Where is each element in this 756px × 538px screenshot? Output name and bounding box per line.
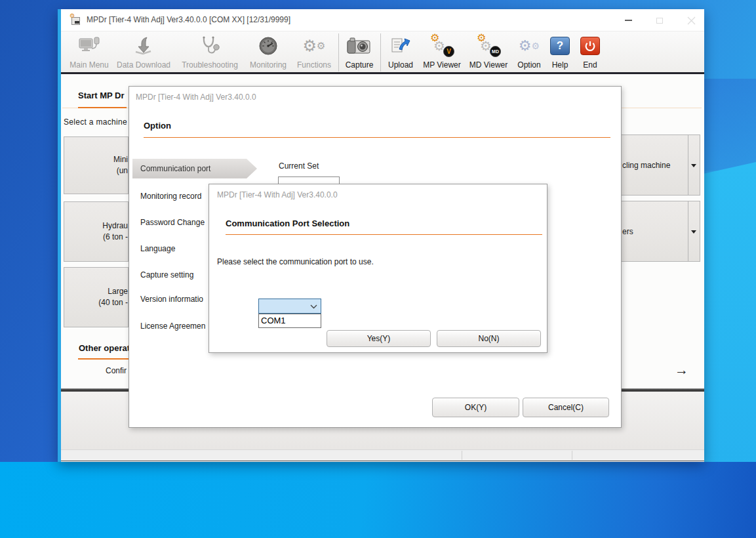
no-button[interactable]: No(N) <box>437 330 541 347</box>
close-button[interactable] <box>681 10 702 30</box>
md-badge: MD <box>490 46 501 57</box>
nav-item-capture-setting[interactable]: Capture setting <box>140 270 193 279</box>
computer-icon <box>64 34 114 58</box>
port-dialog-message: Please select the communication port to … <box>217 257 374 266</box>
toolbar-md-viewer-button[interactable]: ⚙ ⚙ MD MD Viewer <box>466 33 511 71</box>
current-set-label: Current Set <box>279 161 319 171</box>
maximize-icon <box>656 18 663 24</box>
active-tab-underline <box>78 107 127 108</box>
toolbar-data-download-button[interactable]: Data Download <box>114 33 173 71</box>
desktop-wallpaper: ⚙ MPDr [Tier-4 With Adj] Ver3.40.0.0 [CO… <box>0 0 756 538</box>
ok-button[interactable]: OK(Y) <box>432 398 519 417</box>
download-icon <box>114 34 173 58</box>
upload-icon <box>382 34 420 58</box>
option-dialog-title: MPDr [Tier-4 With Adj] Ver3.40.0.0 <box>136 93 256 102</box>
option-gears-icon: ⚙⚙ <box>514 34 544 58</box>
mp-viewer-icon: ⚙ ⚙ V <box>421 34 463 58</box>
combobox-dropdown-list: COM1 <box>258 314 321 328</box>
toolbar: Main Menu Data Download Troubleshooting … <box>61 31 704 74</box>
yes-button[interactable]: Yes(Y) <box>327 330 431 347</box>
tab-start-mp-dr[interactable]: Start MP Dr <box>78 91 125 100</box>
minimize-icon <box>625 20 632 21</box>
cancel-button[interactable]: Cancel(C) <box>523 398 609 417</box>
wallpaper-beam <box>697 162 756 465</box>
divider <box>688 135 688 195</box>
toolbar-functions-button[interactable]: ⚙⚙ Functions <box>291 33 337 71</box>
heading-underline <box>226 234 542 235</box>
machine-button-line1: Hydrau <box>102 220 128 232</box>
camera-icon <box>340 34 379 58</box>
maximize-button[interactable] <box>649 10 670 30</box>
com-port-combobox[interactable] <box>258 299 321 314</box>
machine-button-line1: Large <box>98 286 128 297</box>
communication-port-dialog: MPDr [Tier-4 With Adj] Ver3.40.0.0 Commu… <box>209 184 547 353</box>
machine-button-hydraulic[interactable]: Hydrau(6 ton - <box>64 201 129 262</box>
port-dialog-heading: Communication Port Selection <box>226 218 349 228</box>
other-operations-heading: Other operat <box>79 343 130 353</box>
other-operations-underline <box>78 358 136 360</box>
status-bar-divider <box>572 451 572 460</box>
help-icon: ? <box>546 34 574 58</box>
machine-button-line2: (6 ton - <box>102 232 128 243</box>
select-machine-label: Select a machine <box>64 117 127 127</box>
divider <box>688 201 688 261</box>
right-arrow-icon[interactable]: → <box>675 362 688 378</box>
nav-item-password-change[interactable]: Password Change <box>140 218 205 227</box>
status-bar <box>61 449 704 461</box>
machine-button-line2: (40 ton - <box>98 297 128 308</box>
nav-item-language[interactable]: Language <box>140 244 175 253</box>
toolbar-troubleshooting-button[interactable]: Troubleshooting <box>174 33 245 71</box>
nav-item-license-agreement[interactable]: License Agreemen <box>140 321 205 331</box>
confirm-row-label[interactable]: Confir <box>106 366 127 375</box>
app-icon-gear: ⚙ <box>70 12 75 19</box>
status-bar-divider <box>462 451 462 460</box>
nav-tab-label: Communication port <box>132 159 257 178</box>
chevron-down-icon <box>310 304 317 309</box>
machine-button-label: cling machine <box>622 161 670 170</box>
nav-tab-communication-port[interactable]: Communication port <box>132 159 257 178</box>
toolbar-end-button[interactable]: End <box>576 33 605 71</box>
machine-button-mini[interactable]: Mini(un <box>64 136 129 194</box>
stethoscope-icon <box>174 34 245 58</box>
machine-button-large[interactable]: Large(40 ton - <box>64 267 129 327</box>
option-dialog-heading: Option <box>144 121 171 131</box>
wallpaper-bottom <box>0 462 756 538</box>
app-icon: ⚙ <box>70 15 81 25</box>
nav-item-version-information[interactable]: Version informatio <box>140 295 203 304</box>
port-dialog-title: MPDr [Tier-4 With Adj] Ver3.40.0.0 <box>217 190 338 199</box>
minimize-button[interactable] <box>618 10 639 30</box>
wallpaper-beam <box>697 79 756 171</box>
toolbar-label: End <box>568 60 612 70</box>
title-bar: ⚙ MPDr [Tier-4 With Adj] Ver3.40.0.0 [CO… <box>61 9 704 31</box>
toolbar-capture-button[interactable]: Capture <box>340 33 379 71</box>
heading-underline <box>144 137 610 138</box>
nav-item-monitoring-record[interactable]: Monitoring record <box>140 192 201 201</box>
app-window: ⚙ MPDr [Tier-4 With Adj] Ver3.40.0.0 [CO… <box>58 9 704 462</box>
dropdown-arrow-icon <box>691 164 696 167</box>
close-icon <box>687 16 696 25</box>
power-icon <box>576 34 605 58</box>
mp-badge: V <box>443 46 454 57</box>
toolbar-mp-viewer-button[interactable]: ⚙ ⚙ V MP Viewer <box>421 33 463 71</box>
window-title: MPDr [Tier-4 With Adj] Ver3.40.0.0 [COM … <box>87 15 290 24</box>
machine-button-line1: Mini <box>113 154 128 165</box>
gears-icon: ⚙⚙ <box>291 34 337 58</box>
dropdown-arrow-icon <box>691 230 696 234</box>
md-viewer-icon: ⚙ ⚙ MD <box>466 34 511 58</box>
machine-button-label: ers <box>622 227 633 236</box>
gauge-icon <box>247 34 290 58</box>
machine-button-line2: (un <box>113 165 128 176</box>
dropdown-option-com1[interactable]: COM1 <box>259 314 321 327</box>
